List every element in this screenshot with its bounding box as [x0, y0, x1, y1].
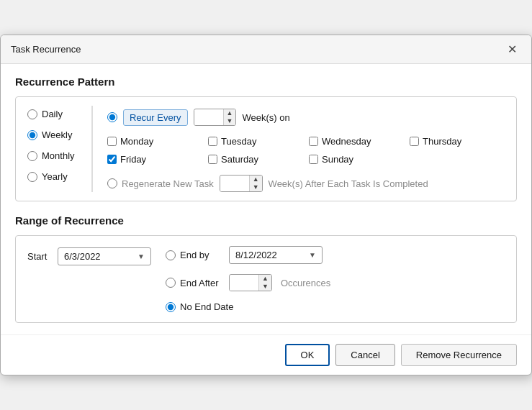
dialog-footer: OK Cancel Remove Recurrence: [1, 334, 531, 375]
regenerate-down[interactable]: ▼: [250, 183, 262, 191]
radio-end-after[interactable]: End After: [166, 278, 223, 288]
close-button[interactable]: ✕: [503, 41, 521, 58]
day-monday-label: Monday: [120, 136, 153, 147]
day-wednesday[interactable]: Wednesday: [309, 136, 404, 147]
recur-every-row: Recur Every 1 ▲ ▼ Week(s) on: [107, 109, 505, 126]
no-end-date-label: No End Date: [180, 301, 233, 312]
start-date-arrow-icon: ▼: [137, 252, 145, 260]
radio-yearly-input[interactable]: [27, 172, 37, 182]
radio-regenerate-input[interactable]: [107, 178, 117, 188]
start-label: Start: [27, 251, 52, 262]
recurrence-pattern-title: Recurrence Pattern: [15, 76, 517, 88]
pattern-types: Daily Weekly Monthly Yearly: [27, 106, 92, 192]
start-date-select[interactable]: 6/3/2022 ▼: [58, 247, 151, 265]
regenerate-label-text: Regenerate New Task: [122, 178, 214, 189]
recur-every-button[interactable]: Recur Every: [123, 109, 188, 126]
end-by-row: End by 8/12/2022 ▼: [166, 246, 505, 264]
end-by-label: End by: [180, 250, 209, 260]
radio-end-after-input[interactable]: [166, 278, 176, 288]
end-after-down[interactable]: ▼: [259, 283, 271, 291]
radio-end-by[interactable]: End by: [166, 250, 223, 260]
dialog-body: Recurrence Pattern Daily Weekly Monthly: [1, 64, 531, 334]
day-tuesday-label: Tuesday: [221, 136, 256, 147]
cancel-button[interactable]: Cancel: [335, 344, 395, 366]
radio-daily[interactable]: Daily: [27, 109, 80, 119]
radio-weekly-label: Weekly: [42, 129, 72, 140]
end-after-spinner[interactable]: 10 ▲ ▼: [229, 274, 272, 291]
end-after-arrows: ▲ ▼: [258, 275, 271, 291]
day-monday-check[interactable]: [107, 137, 117, 146]
end-options: End by 8/12/2022 ▼ End After: [166, 246, 505, 312]
radio-monthly-input[interactable]: [27, 151, 37, 161]
ok-button[interactable]: OK: [285, 344, 330, 366]
day-tuesday-check[interactable]: [208, 137, 217, 146]
recur-every-up[interactable]: ▲: [224, 109, 236, 117]
day-sunday-check[interactable]: [309, 155, 318, 164]
end-after-row: End After 10 ▲ ▼ Occurences: [166, 274, 505, 291]
title-bar: Task Recurrence ✕: [1, 35, 531, 64]
radio-no-end-date-input[interactable]: [166, 302, 176, 312]
end-date-select[interactable]: 8/12/2022 ▼: [229, 246, 323, 264]
day-thursday-label: Thursday: [423, 136, 461, 147]
day-wednesday-label: Wednesday: [322, 136, 371, 147]
day-sunday[interactable]: Sunday: [309, 154, 404, 165]
pattern-details: Recur Every 1 ▲ ▼ Week(s) on Monday: [93, 106, 505, 192]
radio-weekly-input[interactable]: [27, 130, 37, 140]
recur-every-arrows: ▲ ▼: [223, 109, 236, 125]
day-tuesday[interactable]: Tuesday: [208, 136, 303, 147]
radio-recur-every[interactable]: [107, 112, 117, 122]
radio-end-by-input[interactable]: [166, 250, 176, 260]
radio-daily-label: Daily: [42, 109, 63, 119]
range-title: Range of Recurrence: [15, 214, 517, 227]
day-saturday-check[interactable]: [208, 155, 217, 164]
end-after-up[interactable]: ▲: [259, 275, 271, 283]
days-grid: Monday Tuesday Wednesday Thursday: [107, 136, 505, 165]
start-group: Start 6/3/2022 ▼: [27, 246, 151, 265]
radio-yearly[interactable]: Yearly: [27, 171, 80, 182]
regenerate-input[interactable]: 1: [220, 176, 249, 191]
range-content: Start 6/3/2022 ▼ End by: [15, 235, 517, 323]
end-date-arrow-icon: ▼: [309, 251, 316, 259]
regenerate-up[interactable]: ▲: [250, 176, 262, 183]
remove-recurrence-button[interactable]: Remove Recurrence: [401, 344, 517, 366]
radio-monthly[interactable]: Monthly: [27, 150, 80, 161]
end-after-input[interactable]: 10: [230, 275, 258, 291]
range-section: Range of Recurrence Start 6/3/2022 ▼: [15, 214, 517, 323]
dialog-title: Task Recurrence: [11, 44, 81, 55]
day-thursday-check[interactable]: [410, 137, 419, 146]
day-thursday[interactable]: Thursday: [410, 136, 505, 147]
recurrence-pattern-box: Daily Weekly Monthly Yearly: [15, 96, 517, 201]
occurrences-label: Occurences: [281, 278, 330, 288]
radio-monthly-label: Monthly: [42, 150, 75, 161]
end-after-label: End After: [180, 278, 218, 288]
radio-daily-input[interactable]: [27, 109, 37, 119]
day-monday[interactable]: Monday: [107, 136, 202, 147]
task-recurrence-dialog: Task Recurrence ✕ Recurrence Pattern Dai…: [0, 35, 532, 375]
day-friday-check[interactable]: [107, 155, 117, 164]
start-date-value: 6/3/2022: [64, 251, 132, 262]
regenerate-spinner[interactable]: 1 ▲ ▼: [220, 175, 263, 192]
week-after-label: Week(s) After Each Task Is Completed: [269, 178, 428, 189]
day-friday[interactable]: Friday: [107, 154, 202, 165]
radio-recur-every-input[interactable]: [107, 112, 117, 122]
radio-yearly-label: Yearly: [42, 171, 68, 182]
day-friday-label: Friday: [120, 154, 146, 165]
no-end-date-row: No End Date: [166, 301, 505, 312]
week-suffix-label: Week(s) on: [242, 112, 289, 123]
regenerate-row: Regenerate New Task 1 ▲ ▼ Week(s) After …: [107, 175, 505, 192]
day-wednesday-check[interactable]: [309, 137, 318, 146]
recur-every-down[interactable]: ▼: [224, 117, 236, 125]
radio-no-end-date[interactable]: No End Date: [166, 301, 233, 312]
day-sunday-label: Sunday: [322, 154, 353, 165]
recur-every-input[interactable]: 1: [194, 110, 223, 125]
recur-every-spinner[interactable]: 1 ▲ ▼: [194, 109, 237, 126]
regenerate-arrows: ▲ ▼: [249, 176, 262, 191]
radio-regenerate[interactable]: Regenerate New Task: [107, 178, 214, 189]
radio-weekly[interactable]: Weekly: [27, 129, 80, 140]
end-date-value: 8/12/2022: [235, 250, 303, 260]
day-saturday[interactable]: Saturday: [208, 154, 303, 165]
day-saturday-label: Saturday: [221, 154, 258, 165]
